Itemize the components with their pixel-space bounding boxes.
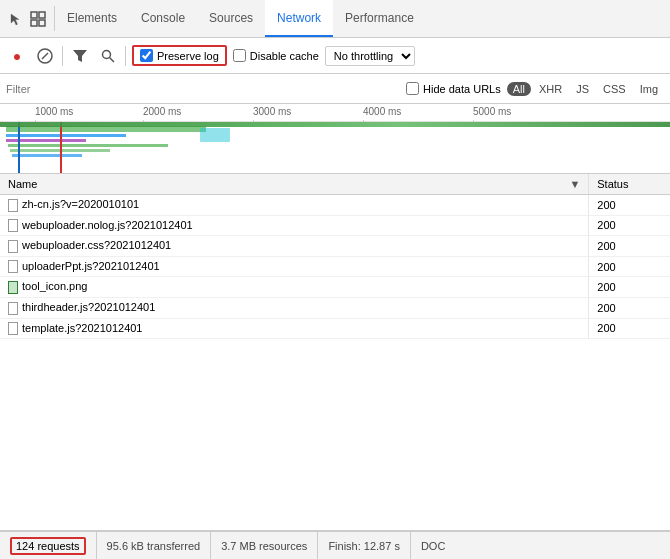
sort-icon: ▼ [569,178,580,190]
filter-tabs: All XHR JS CSS Img [507,82,664,96]
timeline-blue-line [18,122,20,174]
file-icon-generic [8,302,18,315]
tick-1000: 1000 ms [35,106,73,117]
table-row[interactable]: zh-cn.js?v=2020010101200 [0,195,670,216]
tick-3000: 3000 ms [253,106,291,117]
filter-button[interactable] [69,45,91,67]
tab-performance[interactable]: Performance [333,0,426,37]
tab-network[interactable]: Network [265,0,333,37]
file-icon-generic [8,219,18,232]
file-icon-green [8,281,18,294]
network-table: Name ▼ Status zh-cn.js?v=2020010101200we… [0,174,670,531]
transferred-section: 95.6 kB transferred [97,532,212,559]
tick-4000: 4000 ms [363,106,401,117]
table-row[interactable]: template.js?2021012401200 [0,318,670,339]
filter-tab-img[interactable]: Img [634,82,664,96]
svg-rect-1 [39,20,45,26]
file-icon-generic [8,260,18,273]
table-row[interactable]: tool_icon.png200 [0,277,670,298]
status-bar: 124 requests 95.6 kB transferred 3.7 MB … [0,531,670,559]
row-name-text: zh-cn.js?v=2020010101 [22,198,139,210]
tab-bar: Elements Console Sources Network Perform… [0,0,670,38]
row-name-text: webuploader.nolog.js?2021012401 [22,219,193,231]
filter-bar: Hide data URLs All XHR JS CSS Img [0,74,670,104]
svg-rect-2 [39,12,45,18]
toolbar-divider-2 [125,46,126,66]
toolbar-divider-1 [62,46,63,66]
tick-5000: 5000 ms [473,106,511,117]
svg-line-5 [42,53,48,59]
table-row[interactable]: webuploader.nolog.js?2021012401200 [0,215,670,236]
tick-2000: 2000 ms [143,106,181,117]
disable-cache-label[interactable]: Disable cache [233,49,319,62]
doc-section: DOC [411,532,455,559]
doc-label: DOC [421,540,445,552]
row-status: 200 [589,297,670,318]
svg-rect-0 [31,12,37,18]
preserve-log-checkbox[interactable] [140,49,153,62]
tab-sources[interactable]: Sources [197,0,265,37]
record-button[interactable]: ● [6,45,28,67]
svg-point-6 [103,50,111,58]
throttle-select[interactable]: No throttling [325,46,415,66]
finish-text: Finish: 12.87 s [328,540,400,552]
row-name-text: template.js?2021012401 [22,322,142,334]
stop-button[interactable] [34,45,56,67]
finish-section: Finish: 12.87 s [318,532,411,559]
file-icon-generic [8,240,18,253]
column-status[interactable]: Status [589,174,670,195]
table-header-row: Name ▼ Status [0,174,670,195]
file-icon-generic [8,199,18,212]
preserve-log-label[interactable]: Preserve log [132,45,227,66]
requests-badge: 124 requests [10,537,86,555]
filter-tab-all[interactable]: All [507,82,531,96]
table-row[interactable]: thirdheader.js?2021012401200 [0,297,670,318]
table-row[interactable]: uploaderPpt.js?2021012401200 [0,256,670,277]
file-icon-generic [8,322,18,335]
svg-line-7 [110,57,115,62]
svg-rect-3 [31,20,37,26]
row-status: 200 [589,195,670,216]
timeline-ruler: 1000 ms 2000 ms 3000 ms 4000 ms 5000 ms [0,104,670,122]
filter-tab-css[interactable]: CSS [597,82,632,96]
inspect-icon[interactable] [28,9,48,29]
row-status: 200 [589,277,670,298]
resources-section: 3.7 MB resources [211,532,318,559]
tab-console[interactable]: Console [129,0,197,37]
transferred-text: 95.6 kB transferred [107,540,201,552]
resources-text: 3.7 MB resources [221,540,307,552]
row-name-text: uploaderPpt.js?2021012401 [22,260,160,272]
filter-input[interactable] [6,83,66,95]
filter-tab-xhr[interactable]: XHR [533,82,568,96]
row-status: 200 [589,215,670,236]
hide-data-urls-label[interactable]: Hide data URLs [406,82,501,95]
timeline-chart [0,122,670,174]
row-name-text: webuploader.css?2021012401 [22,239,171,251]
timeline-area: 1000 ms 2000 ms 3000 ms 4000 ms 5000 ms [0,104,670,174]
disable-cache-checkbox[interactable] [233,49,246,62]
hide-data-urls-checkbox[interactable] [406,82,419,95]
timeline-red-line [60,122,62,174]
tab-elements[interactable]: Elements [55,0,129,37]
row-status: 200 [589,318,670,339]
row-status: 200 [589,236,670,257]
search-button[interactable] [97,45,119,67]
column-name[interactable]: Name ▼ [0,174,589,195]
row-status: 200 [589,256,670,277]
requests-section: 124 requests [0,532,97,559]
row-name-text: tool_icon.png [22,280,87,292]
row-name-text: thirdheader.js?2021012401 [22,301,155,313]
filter-tab-js[interactable]: JS [570,82,595,96]
pointer-icon[interactable] [6,9,26,29]
table-row[interactable]: webuploader.css?2021012401200 [0,236,670,257]
toolbar: ● Preserve log Disable cache No throttli… [0,38,670,74]
